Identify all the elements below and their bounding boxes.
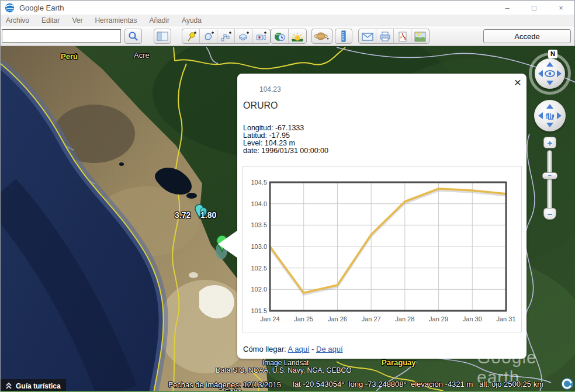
attribution-data: Data SIO, NOAA, U.S. Navy, NGA, GEBCO: [216, 366, 352, 374]
zoom-in-button[interactable]: +: [543, 137, 556, 148]
menu-ayuda[interactable]: Ayuda: [182, 16, 202, 25]
long-label: long: [349, 380, 363, 388]
expand-chevrons-icon: [4, 382, 13, 390]
historical-imagery-button[interactable]: [271, 29, 289, 44]
envelope-icon: [362, 32, 373, 41]
elevation-label: elevación: [411, 380, 443, 388]
svg-text:Jan 27: Jan 27: [362, 315, 381, 322]
elevation-value: -4321 m: [445, 380, 473, 388]
save-image-button[interactable]: [394, 29, 411, 44]
menu-anadir[interactable]: Añadir: [149, 16, 169, 25]
saturn-icon: [314, 31, 330, 41]
menu-archivo[interactable]: Archivo: [6, 16, 29, 25]
sunlight-button[interactable]: [289, 29, 306, 44]
svg-text:Jan 26: Jan 26: [328, 315, 347, 322]
directions-to-here-link[interactable]: A aquí: [288, 345, 310, 353]
svg-text:Jan 28: Jan 28: [395, 315, 414, 322]
window-title: Google Earth: [19, 4, 64, 12]
sign-in-button[interactable]: Accede: [483, 29, 571, 43]
menu-bar: Archivo Editar Ver Herramientas Añadir A…: [1, 15, 574, 26]
add-placemark-button[interactable]: [182, 29, 200, 44]
country-label-paraguay: Paraguay: [382, 358, 416, 367]
balloon-close-icon[interactable]: ×: [514, 76, 521, 89]
close-button[interactable]: ×: [548, 1, 574, 15]
sidebar-toggle-button[interactable]: [154, 29, 171, 44]
lat-label: lat: [293, 380, 301, 388]
long-value: -73.248808°: [365, 380, 407, 388]
svg-text:104.0: 104.0: [251, 200, 267, 207]
line-chart-svg: Jan 24Jan 25Jan 26Jan 27Jan 28Jan 29Jan …: [243, 166, 521, 332]
level-chart: Jan 24Jan 25Jan 26Jan 27Jan 28Jan 29Jan …: [242, 166, 522, 332]
navigation-controls: N: [529, 46, 575, 233]
eye-alt-value: 2500.25 km: [504, 380, 543, 388]
move-joystick[interactable]: [534, 100, 566, 131]
ruler-button[interactable]: [335, 29, 352, 44]
planets-button[interactable]: [311, 29, 332, 44]
balloon-title: ORURO: [243, 100, 278, 111]
state-label-acre: Acre: [134, 51, 150, 60]
svg-text:Jan 29: Jan 29: [429, 315, 448, 322]
path-icon: [220, 32, 232, 42]
svg-text:101.5: 101.5: [251, 307, 267, 314]
record-tour-button[interactable]: [252, 29, 270, 44]
zoom-slider-handle[interactable]: −: [542, 172, 557, 179]
directions-from-here-link[interactable]: De aquí: [316, 345, 343, 353]
maximize-button[interactable]: □: [521, 1, 548, 15]
maps-icon: [414, 32, 426, 42]
sun-icon: [291, 32, 304, 42]
menu-editar[interactable]: Editar: [41, 16, 60, 25]
polygon-icon: [203, 32, 214, 42]
svg-text:Jan 25: Jan 25: [294, 315, 313, 322]
clock-globe-icon: [274, 31, 286, 43]
directions-separator: -: [311, 345, 314, 353]
camera-icon: [255, 32, 267, 42]
google-earth-window: Google Earth – □ × Archivo Editar Ver He…: [0, 0, 575, 392]
sidebar-icon: [157, 32, 168, 41]
view-in-maps-button[interactable]: [411, 29, 429, 44]
svg-text:103.5: 103.5: [251, 221, 267, 228]
add-polygon-button[interactable]: [200, 29, 217, 44]
svg-text:103.0: 103.0: [251, 243, 267, 250]
directions-label: Cómo llegar:: [243, 345, 286, 353]
tour-guide-label: Guía turística: [16, 382, 61, 390]
compass-ring[interactable]: N: [529, 53, 571, 95]
menu-herramientas[interactable]: Herramientas: [95, 16, 137, 25]
minimize-button[interactable]: –: [494, 1, 521, 15]
look-joystick[interactable]: [535, 58, 565, 89]
google-earth-logo-icon: [5, 3, 15, 13]
eye-icon: [545, 71, 555, 77]
menu-ver[interactable]: Ver: [72, 16, 82, 25]
svg-text:Jan 30: Jan 30: [463, 315, 482, 322]
email-button[interactable]: [359, 29, 376, 44]
eye-alt-label: alt. ojo: [479, 380, 501, 388]
search-button[interactable]: [124, 29, 142, 44]
svg-text:102.5: 102.5: [251, 265, 267, 272]
image-overlay-icon: [238, 32, 250, 42]
placemark-label-180: 1.80: [200, 210, 216, 220]
zoom-out-button[interactable]: −: [543, 208, 556, 220]
placemark-label-372: 3.72: [175, 210, 190, 220]
svg-text:104.5: 104.5: [251, 179, 267, 186]
directions-row: Cómo llegar: A aquí - De aquí: [243, 345, 343, 353]
map-viewport[interactable]: Perú Acre Paraguay Salta Google earth Im…: [1, 46, 575, 392]
print-button[interactable]: [376, 29, 394, 44]
toolbar: Accede: [1, 26, 574, 46]
search-input[interactable]: [2, 29, 121, 43]
add-path-button[interactable]: [217, 29, 235, 44]
ruler-icon: [340, 30, 347, 42]
save-image-icon: [397, 32, 408, 42]
compass-north-label: N: [548, 50, 557, 58]
coordinates-status: lat -20.543054° long -73.248808° elevaci…: [293, 380, 543, 388]
lat-value: -20.543054°: [303, 380, 344, 388]
placemark-icon: [185, 32, 197, 42]
svg-text:102.0: 102.0: [251, 286, 267, 293]
printer-icon: [379, 32, 391, 42]
info-date: date: 1996/01/31 00:00:00: [243, 147, 328, 155]
attribution-landsat: Image Landsat: [262, 359, 309, 367]
country-label-peru: Perú: [61, 52, 78, 61]
tour-guide-bar[interactable]: Guía turística: [1, 379, 66, 392]
add-image-overlay-button[interactable]: [235, 29, 252, 44]
svg-text:Jan 31: Jan 31: [496, 315, 515, 322]
zoom-slider-track[interactable]: [547, 150, 552, 214]
search-icon: [128, 31, 138, 41]
